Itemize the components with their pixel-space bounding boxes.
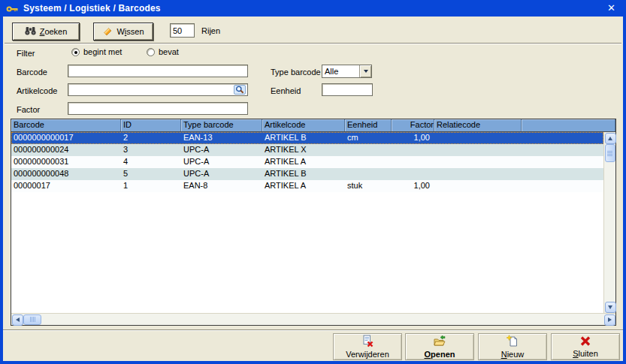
- sluiten-label: Sluiten: [573, 349, 598, 358]
- radio-begint-met-label: begint met: [83, 47, 122, 56]
- barcode-input[interactable]: [68, 65, 248, 77]
- table-body-rows: 00000000000172EAN-13ARTIKEL Bcm1,0000000…: [11, 132, 603, 313]
- artikelcode-label: Artikelcode: [17, 86, 57, 95]
- barcode-label: Barcode: [17, 68, 47, 77]
- sluiten-button[interactable]: Sluiten: [551, 333, 620, 360]
- wissen-button[interactable]: Wissen: [93, 23, 153, 41]
- table-cell: UPC-A: [181, 156, 262, 168]
- table-cell: 3: [121, 144, 181, 156]
- rows-count-input[interactable]: [170, 23, 195, 38]
- radio-bevat-label: bevat: [159, 47, 179, 56]
- zoeken-button[interactable]: Zoeken: [12, 23, 80, 41]
- table-cell: 000000000031: [11, 156, 121, 168]
- table-cell: ARTIKEL A: [262, 180, 345, 192]
- table-cell: ARTIKEL A: [262, 156, 345, 168]
- table-row[interactable]: 000000171EAN-8ARTIKEL Astuk1,00: [11, 180, 603, 192]
- table-cell: [434, 132, 522, 144]
- table-cell: [434, 180, 522, 192]
- scroll-left-icon[interactable]: [12, 314, 23, 326]
- column-header[interactable]: ID: [121, 119, 181, 131]
- nieuw-label: Nieuw: [501, 350, 525, 359]
- buttonbar-separator: [3, 329, 623, 331]
- dropdown-arrow-icon[interactable]: [359, 65, 371, 77]
- table-cell: 5: [121, 168, 181, 180]
- scroll-up-icon[interactable]: [605, 133, 616, 144]
- table-cell: ARTIKEL B: [262, 132, 345, 144]
- artikelcode-input[interactable]: [68, 83, 248, 96]
- table-cell: 1: [121, 180, 181, 192]
- table-cell: 00000017: [11, 180, 121, 192]
- close-red-x-icon: [579, 335, 591, 348]
- radio-bevat[interactable]: [147, 48, 155, 56]
- table-cell: 000000000024: [11, 144, 121, 156]
- filter-option-bevat[interactable]: bevat: [147, 47, 179, 56]
- column-header[interactable]: [522, 119, 615, 131]
- table-cell: [434, 156, 522, 168]
- table-cell: [522, 132, 603, 144]
- openen-label: Openen: [425, 350, 455, 359]
- radio-begint-met[interactable]: [71, 48, 80, 56]
- type-barcode-value: Alle: [322, 67, 359, 76]
- filter-label: Filter: [17, 49, 35, 58]
- scroll-right-icon[interactable]: [604, 314, 615, 326]
- scroll-down-icon[interactable]: [605, 302, 616, 313]
- wissen-label: Wissen: [116, 27, 144, 36]
- column-header[interactable]: Relatiecode: [434, 119, 522, 131]
- window-title: Systeem / Logistiek / Barcodes: [23, 3, 161, 14]
- barcode-table: BarcodeIDType barcodeArtikelcodeEenheidF…: [11, 119, 616, 326]
- table-row[interactable]: 0000000000243UPC-AARTIKEL X: [11, 144, 603, 156]
- table-row[interactable]: 00000000000172EAN-13ARTIKEL Bcm1,00: [11, 132, 603, 144]
- horizontal-scroll-track[interactable]: [41, 314, 603, 325]
- vertical-scroll-track[interactable]: [604, 162, 615, 301]
- table-row[interactable]: 0000000000485UPC-AARTIKEL B: [11, 168, 603, 180]
- column-header[interactable]: Eenheid: [345, 119, 392, 131]
- vertical-scroll-thumb[interactable]: [605, 144, 615, 162]
- table-cell: [522, 180, 603, 192]
- filter-option-begint-met[interactable]: begint met: [71, 47, 122, 56]
- table-header-row: BarcodeIDType barcodeArtikelcodeEenheidF…: [11, 119, 615, 132]
- table-cell: ARTIKEL B: [262, 168, 345, 180]
- table-row[interactable]: 0000000000314UPC-AARTIKEL A: [11, 156, 603, 168]
- column-header[interactable]: Factor: [392, 119, 434, 131]
- close-icon[interactable]: ✕: [603, 1, 620, 16]
- openen-button[interactable]: Openen: [405, 333, 474, 360]
- new-document-icon: [506, 335, 519, 349]
- table-cell: [345, 156, 392, 168]
- table-cell: [345, 168, 392, 180]
- key-icon: [6, 3, 19, 14]
- verwijderen-button[interactable]: Verwijderen: [333, 333, 402, 360]
- table-cell: [522, 168, 603, 180]
- column-header[interactable]: Artikelcode: [262, 119, 345, 131]
- table-cell: [345, 144, 392, 156]
- nieuw-button[interactable]: Nieuw: [478, 333, 547, 360]
- vertical-scrollbar[interactable]: [603, 132, 615, 313]
- open-folder-icon: [433, 335, 446, 349]
- table-cell: [392, 144, 434, 156]
- eenheid-input[interactable]: [322, 83, 373, 96]
- type-barcode-select[interactable]: Alle: [322, 65, 372, 78]
- eenheid-label: Eenheid: [271, 86, 301, 95]
- table-cell: UPC-A: [181, 168, 262, 180]
- table-cell: [434, 168, 522, 180]
- table-cell: [434, 144, 522, 156]
- table-cell: 1,00: [392, 132, 434, 144]
- column-header[interactable]: Barcode: [11, 119, 121, 131]
- table-cell: 000000000048: [11, 168, 121, 180]
- table-cell: ARTIKEL X: [262, 144, 345, 156]
- table-cell: UPC-A: [181, 144, 262, 156]
- column-header[interactable]: Type barcode: [181, 119, 262, 131]
- lookup-icon[interactable]: [233, 85, 246, 95]
- factor-input[interactable]: [68, 102, 248, 115]
- app-window: Systeem / Logistiek / Barcodes ✕ Zoeken: [0, 0, 626, 364]
- table-cell: 0000000000017: [11, 132, 121, 144]
- table-cell: [392, 156, 434, 168]
- table-cell: 1,00: [392, 180, 434, 192]
- horizontal-scrollbar[interactable]: [11, 313, 615, 325]
- table-cell: [522, 156, 603, 168]
- table-cell: EAN-13: [181, 132, 262, 144]
- table-cell: 2: [121, 132, 181, 144]
- rows-label: Rijen: [201, 26, 220, 35]
- titlebar: Systeem / Logistiek / Barcodes ✕: [0, 0, 626, 17]
- table-cell: EAN-8: [181, 180, 262, 192]
- horizontal-scroll-thumb[interactable]: [23, 314, 41, 325]
